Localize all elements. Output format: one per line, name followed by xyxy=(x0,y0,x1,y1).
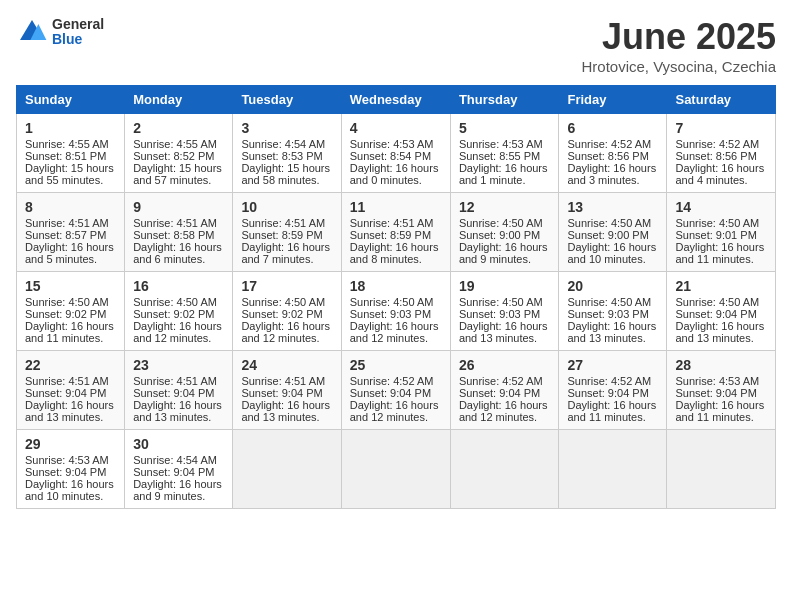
sunrise-text: Sunrise: 4:50 AM xyxy=(133,296,217,308)
empty-cell xyxy=(233,430,341,509)
calendar-day-cell: 20Sunrise: 4:50 AMSunset: 9:03 PMDayligh… xyxy=(559,272,667,351)
calendar-day-cell: 21Sunrise: 4:50 AMSunset: 9:04 PMDayligh… xyxy=(667,272,776,351)
day-number: 17 xyxy=(241,278,332,294)
sunset-text: Sunset: 9:04 PM xyxy=(25,387,106,399)
calendar-day-cell: 13Sunrise: 4:50 AMSunset: 9:00 PMDayligh… xyxy=(559,193,667,272)
sunrise-text: Sunrise: 4:50 AM xyxy=(350,296,434,308)
calendar-day-cell: 29Sunrise: 4:53 AMSunset: 9:04 PMDayligh… xyxy=(17,430,125,509)
day-number: 5 xyxy=(459,120,551,136)
sunset-text: Sunset: 9:04 PM xyxy=(25,466,106,478)
page-header: General Blue June 2025 Hrotovice, Vysoci… xyxy=(16,16,776,75)
calendar-day-cell: 11Sunrise: 4:51 AMSunset: 8:59 PMDayligh… xyxy=(341,193,450,272)
sunrise-text: Sunrise: 4:53 AM xyxy=(459,138,543,150)
calendar-day-cell: 24Sunrise: 4:51 AMSunset: 9:04 PMDayligh… xyxy=(233,351,341,430)
sunrise-text: Sunrise: 4:54 AM xyxy=(133,454,217,466)
daylight-text: Daylight: 16 hours and 11 minutes. xyxy=(675,399,764,423)
sunset-text: Sunset: 9:04 PM xyxy=(567,387,648,399)
calendar-day-cell: 28Sunrise: 4:53 AMSunset: 9:04 PMDayligh… xyxy=(667,351,776,430)
col-tuesday: Tuesday xyxy=(233,86,341,114)
daylight-text: Daylight: 16 hours and 10 minutes. xyxy=(25,478,114,502)
col-friday: Friday xyxy=(559,86,667,114)
sunset-text: Sunset: 8:53 PM xyxy=(241,150,322,162)
day-number: 22 xyxy=(25,357,116,373)
daylight-text: Daylight: 16 hours and 8 minutes. xyxy=(350,241,439,265)
empty-cell xyxy=(667,430,776,509)
day-number: 2 xyxy=(133,120,224,136)
calendar-day-cell: 27Sunrise: 4:52 AMSunset: 9:04 PMDayligh… xyxy=(559,351,667,430)
calendar-day-cell: 5Sunrise: 4:53 AMSunset: 8:55 PMDaylight… xyxy=(450,114,559,193)
daylight-text: Daylight: 16 hours and 12 minutes. xyxy=(241,320,330,344)
daylight-text: Daylight: 16 hours and 13 minutes. xyxy=(133,399,222,423)
day-number: 4 xyxy=(350,120,442,136)
day-number: 12 xyxy=(459,199,551,215)
calendar-day-cell: 7Sunrise: 4:52 AMSunset: 8:56 PMDaylight… xyxy=(667,114,776,193)
sunset-text: Sunset: 9:04 PM xyxy=(459,387,540,399)
day-number: 15 xyxy=(25,278,116,294)
daylight-text: Daylight: 16 hours and 1 minute. xyxy=(459,162,548,186)
day-number: 10 xyxy=(241,199,332,215)
col-thursday: Thursday xyxy=(450,86,559,114)
daylight-text: Daylight: 16 hours and 11 minutes. xyxy=(25,320,114,344)
sunrise-text: Sunrise: 4:55 AM xyxy=(133,138,217,150)
calendar-day-cell: 15Sunrise: 4:50 AMSunset: 9:02 PMDayligh… xyxy=(17,272,125,351)
calendar-day-cell: 10Sunrise: 4:51 AMSunset: 8:59 PMDayligh… xyxy=(233,193,341,272)
day-number: 19 xyxy=(459,278,551,294)
sunrise-text: Sunrise: 4:51 AM xyxy=(241,217,325,229)
location-text: Hrotovice, Vysocina, Czechia xyxy=(581,58,776,75)
calendar-day-cell: 3Sunrise: 4:54 AMSunset: 8:53 PMDaylight… xyxy=(233,114,341,193)
daylight-text: Daylight: 16 hours and 13 minutes. xyxy=(567,320,656,344)
sunrise-text: Sunrise: 4:50 AM xyxy=(675,296,759,308)
day-number: 25 xyxy=(350,357,442,373)
calendar-day-cell: 4Sunrise: 4:53 AMSunset: 8:54 PMDaylight… xyxy=(341,114,450,193)
sunset-text: Sunset: 9:01 PM xyxy=(675,229,756,241)
daylight-text: Daylight: 15 hours and 58 minutes. xyxy=(241,162,330,186)
sunrise-text: Sunrise: 4:52 AM xyxy=(567,375,651,387)
sunrise-text: Sunrise: 4:51 AM xyxy=(25,217,109,229)
day-number: 1 xyxy=(25,120,116,136)
day-number: 6 xyxy=(567,120,658,136)
sunrise-text: Sunrise: 4:50 AM xyxy=(25,296,109,308)
calendar-day-cell: 1Sunrise: 4:55 AMSunset: 8:51 PMDaylight… xyxy=(17,114,125,193)
calendar-day-cell: 25Sunrise: 4:52 AMSunset: 9:04 PMDayligh… xyxy=(341,351,450,430)
daylight-text: Daylight: 16 hours and 3 minutes. xyxy=(567,162,656,186)
sunrise-text: Sunrise: 4:50 AM xyxy=(459,217,543,229)
calendar-day-cell: 18Sunrise: 4:50 AMSunset: 9:03 PMDayligh… xyxy=(341,272,450,351)
sunrise-text: Sunrise: 4:53 AM xyxy=(675,375,759,387)
sunrise-text: Sunrise: 4:54 AM xyxy=(241,138,325,150)
sunset-text: Sunset: 8:59 PM xyxy=(350,229,431,241)
calendar-day-cell: 22Sunrise: 4:51 AMSunset: 9:04 PMDayligh… xyxy=(17,351,125,430)
logo-icon xyxy=(16,16,48,48)
sunrise-text: Sunrise: 4:50 AM xyxy=(567,217,651,229)
sunrise-text: Sunrise: 4:51 AM xyxy=(241,375,325,387)
daylight-text: Daylight: 16 hours and 13 minutes. xyxy=(241,399,330,423)
day-number: 28 xyxy=(675,357,767,373)
calendar-week-row: 22Sunrise: 4:51 AMSunset: 9:04 PMDayligh… xyxy=(17,351,776,430)
sunset-text: Sunset: 8:55 PM xyxy=(459,150,540,162)
daylight-text: Daylight: 16 hours and 7 minutes. xyxy=(241,241,330,265)
sunset-text: Sunset: 8:58 PM xyxy=(133,229,214,241)
calendar-header-row: Sunday Monday Tuesday Wednesday Thursday… xyxy=(17,86,776,114)
day-number: 3 xyxy=(241,120,332,136)
sunset-text: Sunset: 8:52 PM xyxy=(133,150,214,162)
calendar-week-row: 15Sunrise: 4:50 AMSunset: 9:02 PMDayligh… xyxy=(17,272,776,351)
calendar-day-cell: 30Sunrise: 4:54 AMSunset: 9:04 PMDayligh… xyxy=(125,430,233,509)
sunset-text: Sunset: 9:04 PM xyxy=(675,387,756,399)
sunset-text: Sunset: 9:04 PM xyxy=(675,308,756,320)
sunset-text: Sunset: 8:51 PM xyxy=(25,150,106,162)
daylight-text: Daylight: 16 hours and 9 minutes. xyxy=(459,241,548,265)
sunset-text: Sunset: 9:03 PM xyxy=(567,308,648,320)
daylight-text: Daylight: 16 hours and 9 minutes. xyxy=(133,478,222,502)
sunset-text: Sunset: 9:00 PM xyxy=(459,229,540,241)
day-number: 8 xyxy=(25,199,116,215)
day-number: 13 xyxy=(567,199,658,215)
day-number: 29 xyxy=(25,436,116,452)
calendar-day-cell: 23Sunrise: 4:51 AMSunset: 9:04 PMDayligh… xyxy=(125,351,233,430)
daylight-text: Daylight: 16 hours and 12 minutes. xyxy=(350,399,439,423)
sunset-text: Sunset: 9:04 PM xyxy=(133,387,214,399)
col-monday: Monday xyxy=(125,86,233,114)
sunset-text: Sunset: 8:57 PM xyxy=(25,229,106,241)
sunrise-text: Sunrise: 4:50 AM xyxy=(567,296,651,308)
col-saturday: Saturday xyxy=(667,86,776,114)
sunrise-text: Sunrise: 4:52 AM xyxy=(567,138,651,150)
calendar-day-cell: 14Sunrise: 4:50 AMSunset: 9:01 PMDayligh… xyxy=(667,193,776,272)
